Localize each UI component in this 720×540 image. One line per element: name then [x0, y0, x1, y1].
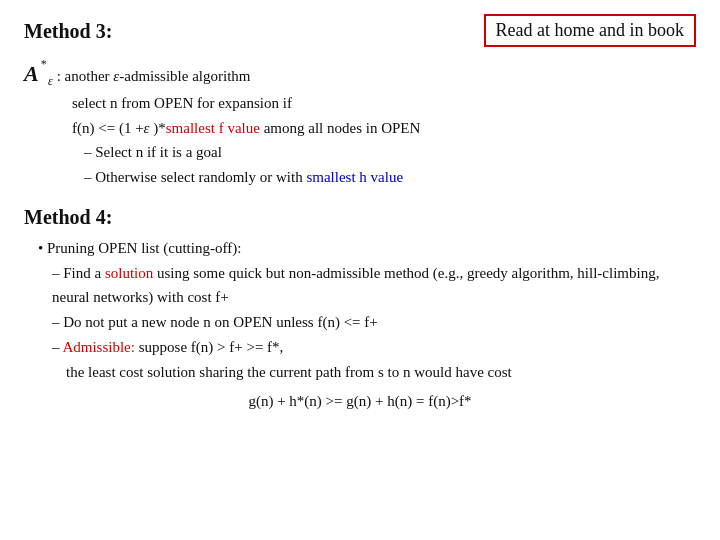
select-n-line: select n from OPEN for expansion if — [72, 92, 696, 115]
a-star-line: A*ε : another ε-admissible algorithm — [24, 57, 696, 90]
read-at-home-box: Read at home and in book — [484, 14, 696, 47]
find-solution-line: – Find a solution using some quick but n… — [52, 262, 696, 309]
a-star-symbol: A*ε — [24, 57, 39, 90]
method4-title: Method 4: — [24, 206, 696, 229]
method3-block: A*ε : another ε-admissible algorithm sel… — [24, 57, 696, 188]
header-row: Method 3: Read at home and in book — [24, 14, 696, 47]
formula-line: g(n) + h*(n) >= g(n) + h(n) = f(n)>f* — [24, 393, 696, 410]
fn-line: f(n) <= (1 +ε )*smallest f value among a… — [72, 117, 696, 140]
pruning-line: • Pruning OPEN list (cutting-off): — [38, 237, 696, 260]
a-star-desc: : another ε-admissible algorithm — [57, 65, 251, 88]
admissible-line: – Admissible: suppose f(n) > f+ >= f*, — [52, 336, 696, 359]
otherwise-line: – Otherwise select randomly or with smal… — [84, 166, 696, 189]
do-not-put-line: – Do not put a new node n on OPEN unless… — [52, 311, 696, 334]
method3-title: Method 3: — [24, 20, 112, 43]
least-cost-line: the least cost solution sharing the curr… — [66, 361, 696, 384]
select-goal-line: – Select n if it is a goal — [84, 141, 696, 164]
method4-block: Method 4: • Pruning OPEN list (cutting-o… — [24, 206, 696, 410]
